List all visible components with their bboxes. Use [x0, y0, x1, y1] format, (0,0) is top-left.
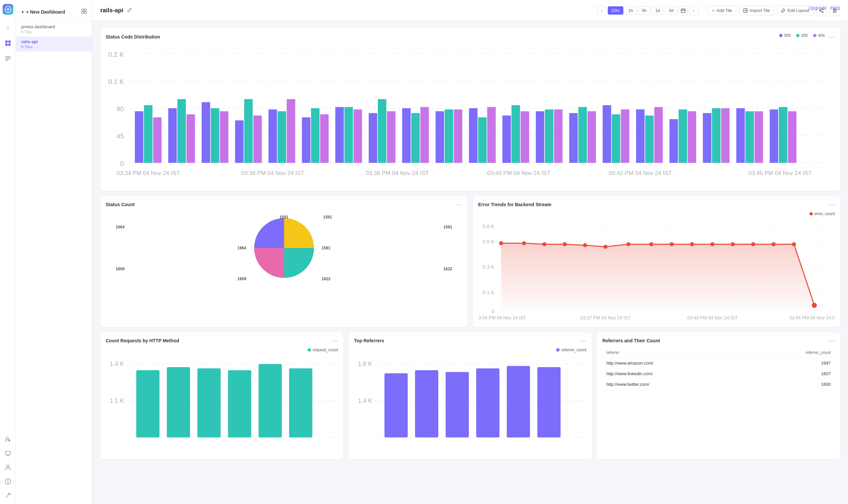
dashboard-area: Status Code Distribution 500 200 — [92, 21, 848, 504]
svg-point-125 — [563, 242, 567, 246]
svg-rect-82 — [536, 111, 544, 163]
time-1h-button[interactable]: 1h — [625, 6, 637, 15]
time-3d-button[interactable]: 3d — [665, 6, 677, 15]
referrer-count-dot — [556, 348, 559, 352]
svg-rect-60 — [287, 99, 295, 163]
svg-rect-5 — [5, 56, 11, 57]
edit-title-icon[interactable] — [127, 7, 132, 13]
top-row: Status Code Distribution 500 200 — [100, 28, 840, 191]
sidebar-item-tiles: 6 Tiles — [21, 30, 87, 34]
legend-500-label: 500 — [784, 33, 791, 38]
edit-layout-icon — [781, 8, 785, 13]
svg-rect-102 — [755, 111, 763, 163]
new-dashboard-button[interactable]: + + New Dashboard — [21, 8, 65, 16]
top-referrers-svg: 1.8 K 1.4 K — [354, 355, 586, 452]
svg-text:03:40 PM 04 Nov 24 IST: 03:40 PM 04 Nov 24 IST — [487, 170, 550, 176]
pie-top-labels: 1664 1581 — [106, 225, 462, 230]
add-user-nav-icon[interactable] — [3, 435, 13, 444]
svg-point-130 — [670, 242, 674, 246]
svg-rect-53 — [211, 108, 219, 163]
referrer-legend: referrer_count — [354, 348, 586, 352]
pie-bottom-labels: 1609 1622 — [106, 267, 462, 271]
legend-404-dot — [813, 34, 816, 37]
new-dashboard-label: + New Dashboard — [26, 9, 65, 15]
svg-rect-85 — [569, 113, 578, 163]
svg-point-127 — [603, 245, 607, 249]
add-tile-label: Add Tile — [716, 8, 732, 13]
http-method-tile: Count Requests by HTTP Method ⋯ request_… — [100, 332, 343, 459]
import-icon — [743, 8, 748, 13]
bottom-row: Count Requests by HTTP Method ⋯ request_… — [100, 332, 840, 459]
time-next-button[interactable]: › — [689, 6, 698, 15]
share-nav-icon[interactable] — [3, 491, 13, 500]
add-tile-button[interactable]: + Add Tile — [708, 6, 737, 15]
svg-rect-51 — [186, 114, 195, 163]
svg-rect-83 — [545, 110, 554, 163]
svg-rect-88 — [603, 105, 611, 163]
svg-text:0.2 K: 0.2 K — [108, 51, 124, 58]
time-1d-button[interactable]: 1d — [652, 6, 663, 15]
svg-point-132 — [710, 242, 714, 246]
svg-rect-18 — [82, 9, 84, 11]
svg-rect-101 — [745, 111, 754, 163]
referrers-table-body: http://www.amazon.com/ 1697 http://www.l… — [603, 358, 835, 390]
svg-rect-150 — [228, 370, 251, 437]
svg-rect-105 — [788, 111, 796, 163]
pie-svg — [247, 212, 321, 285]
svg-point-126 — [583, 243, 587, 247]
error-trends-menu-button[interactable]: ⋯ — [829, 201, 835, 208]
device-nav-icon[interactable] — [3, 449, 13, 458]
svg-rect-149 — [197, 368, 221, 437]
pie-label-top: 1581 — [279, 215, 289, 219]
svg-point-135 — [772, 242, 776, 246]
svg-point-131 — [690, 242, 694, 246]
http-method-header: Count Requests by HTTP Method ⋯ — [106, 338, 338, 344]
add-tile-plus-icon: + — [712, 8, 715, 13]
upgrade-link[interactable]: Upgrade — [809, 5, 827, 11]
svg-rect-7 — [5, 60, 8, 60]
home-nav-icon[interactable]: ⌂ — [3, 23, 13, 33]
time-prev-button[interactable]: ‹ — [597, 6, 606, 15]
top-referrers-header: Top Referrers ⋯ — [354, 338, 586, 344]
time-5h-button[interactable]: 5h — [638, 6, 650, 15]
help-link[interactable]: Help — [830, 5, 840, 11]
error-count-label: error_count — [814, 212, 835, 216]
list-nav-icon[interactable] — [3, 54, 13, 63]
svg-rect-158 — [384, 373, 408, 437]
svg-point-129 — [649, 242, 653, 246]
referrers-table-title: Referrers and Their Count — [603, 338, 660, 343]
svg-rect-77 — [478, 117, 487, 163]
svg-text:0.3 K: 0.3 K — [483, 264, 495, 270]
svg-rect-91 — [636, 110, 645, 163]
svg-rect-6 — [5, 58, 11, 59]
http-legend: request_count — [106, 348, 338, 352]
info-nav-icon[interactable] — [3, 477, 13, 486]
sidebar-item-rails-api[interactable]: rails-api 8 Tiles — [16, 37, 92, 52]
table-row: http://www.linkedin.com/ 1607 — [603, 368, 835, 379]
svg-rect-69 — [387, 111, 396, 163]
svg-text:03:34 PM 04 Nov 24 IST: 03:34 PM 04 Nov 24 IST — [117, 170, 180, 176]
svg-rect-160 — [446, 372, 469, 437]
svg-point-8 — [6, 437, 8, 440]
calendar-button[interactable] — [678, 6, 688, 15]
referrers-table-menu-button[interactable]: ⋯ — [829, 338, 835, 344]
svg-rect-92 — [645, 115, 654, 163]
status-count-menu-button[interactable]: ⋯ — [456, 201, 462, 208]
svg-rect-64 — [335, 107, 344, 163]
import-tile-button[interactable]: Import Tile — [739, 6, 774, 15]
dashboard-nav-icon[interactable] — [3, 38, 13, 48]
status-code-menu-button[interactable]: ⋯ — [829, 34, 835, 40]
user-nav-icon[interactable] — [3, 463, 13, 472]
http-method-menu-button[interactable]: ⋯ — [332, 338, 338, 344]
sidebar-item-pmeta[interactable]: pmeta dashboard 6 Tiles — [16, 22, 92, 37]
time-10m-button[interactable]: 10m — [608, 6, 623, 15]
svg-text:03:40 PM 04 Nov 24 IST: 03:40 PM 04 Nov 24 IST — [688, 316, 738, 320]
svg-rect-99 — [721, 108, 730, 163]
svg-text:03:38 PM 04 Nov 24 IST: 03:38 PM 04 Nov 24 IST — [366, 170, 429, 176]
referrer-cell: http://www.amazon.com/ — [603, 358, 748, 368]
sidebar-layout-icon[interactable] — [82, 8, 87, 15]
svg-text:45: 45 — [116, 132, 124, 140]
top-referrers-menu-button[interactable]: ⋯ — [581, 338, 587, 344]
status-code-tile-header: Status Code Distribution 500 200 — [106, 33, 835, 40]
svg-rect-1 — [5, 40, 7, 43]
